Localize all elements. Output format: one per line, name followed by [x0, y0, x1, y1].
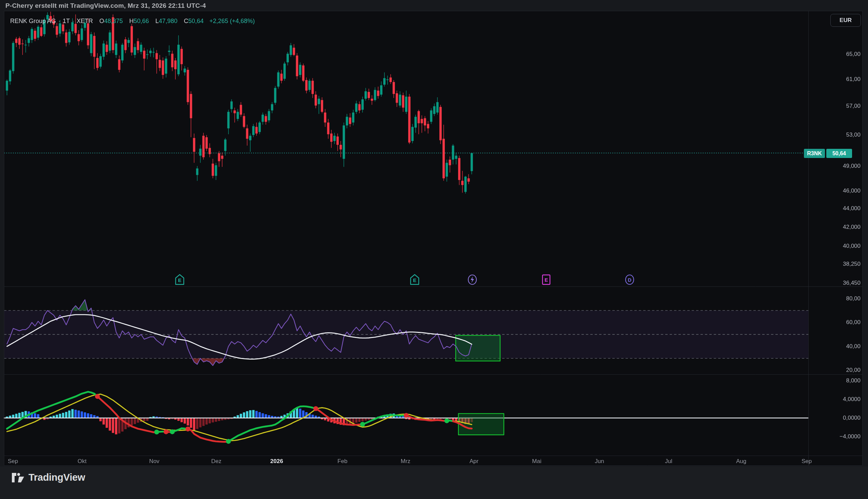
time-axis-label: Okt [78, 458, 86, 465]
earnings-house-icon[interactable]: E [175, 274, 185, 285]
footer-bar: TradingView [0, 466, 868, 499]
price-tick-label: 42,000 [843, 224, 860, 231]
symbol-price-tag: R3NK [804, 149, 825, 158]
exchange: XETR [77, 17, 93, 24]
price-tick-label: 61,00 [846, 76, 860, 83]
tradingview-chart-page: P-Cherry erstellt mit TradingView.com, M… [0, 0, 868, 499]
earnings-square-icon[interactable]: E [541, 274, 551, 285]
tradingview-logo-text: TradingView [28, 472, 85, 483]
price-tick-label: 49,000 [843, 163, 860, 170]
price-tick-label: 53,00 [846, 132, 860, 138]
svg-text:E: E [178, 277, 181, 283]
time-axis-label: Mai [532, 458, 541, 465]
macd-tick-label: −4,0000 [840, 433, 860, 440]
split-lightning-icon[interactable] [467, 274, 477, 285]
svg-text:E: E [545, 277, 548, 283]
macd-tick-label: 4,0000 [843, 396, 860, 403]
open-value: 48,375 [104, 17, 123, 24]
low-label: L [155, 17, 159, 24]
close-label: C [184, 17, 188, 24]
symbol-name[interactable]: RENK Group AG [10, 17, 56, 24]
time-axis-label: Sep [8, 458, 18, 465]
symbol-legend[interactable]: RENK Group AG·1T·XETR O48,375 H50,66 L47… [10, 17, 255, 25]
price-tick-label: 46,000 [843, 187, 860, 194]
macd-tick-label: 8,000 [846, 377, 860, 384]
price-tick-label: 36,450 [843, 280, 860, 287]
chart-canvas[interactable] [0, 0, 868, 499]
change-value: +2,265 (+4,68%) [209, 17, 255, 24]
svg-text:E: E [413, 277, 416, 283]
time-axis-label: Mrz [401, 458, 410, 465]
time-axis-label: Feb [338, 458, 347, 465]
legend-separator: · [56, 17, 63, 24]
snapshot-attribution-title: P-Cherry erstellt mit TradingView.com, M… [5, 2, 206, 10]
currency-button[interactable]: EUR [830, 14, 861, 27]
timeframe[interactable]: 1T [63, 17, 70, 24]
price-tick-label: 40,000 [843, 243, 860, 250]
dividend-circle-icon[interactable]: D [625, 274, 635, 285]
price-tick-label: 65,00 [846, 51, 860, 58]
open-label: O [99, 17, 104, 24]
time-axis-label: 2026 [270, 458, 283, 465]
rsi-tick-label: 40,00 [846, 343, 860, 350]
svg-text:D: D [628, 277, 632, 283]
time-axis-label: Jun [595, 458, 604, 465]
low-value: 47,980 [159, 17, 177, 24]
time-axis-label: Sep [802, 458, 812, 465]
time-axis-label: Aug [736, 458, 746, 465]
price-tick-label: 38,250 [843, 261, 860, 267]
legend-separator: · [70, 17, 77, 24]
tradingview-logo-icon [12, 473, 24, 483]
time-axis-label: Jul [665, 458, 672, 465]
time-axis-label: Apr [469, 458, 478, 465]
high-value: 50,66 [134, 17, 149, 24]
time-axis-label: Nov [149, 458, 159, 465]
close-value: 50,64 [188, 17, 204, 24]
tradingview-logo[interactable]: TradingView [12, 472, 85, 483]
last-price-tag: 50,64 [826, 149, 852, 158]
time-axis-label: Dez [211, 458, 221, 465]
rsi-tick-label: 80,00 [846, 295, 860, 302]
earnings-house-icon[interactable]: E [409, 274, 420, 285]
high-label: H [129, 17, 134, 24]
macd-tick-label: 0,0000 [843, 415, 860, 421]
rsi-tick-label: 20,00 [846, 367, 860, 374]
price-tick-label: 57,00 [846, 103, 860, 109]
rsi-tick-label: 60,00 [846, 319, 860, 326]
price-tick-label: 44,000 [843, 205, 860, 212]
